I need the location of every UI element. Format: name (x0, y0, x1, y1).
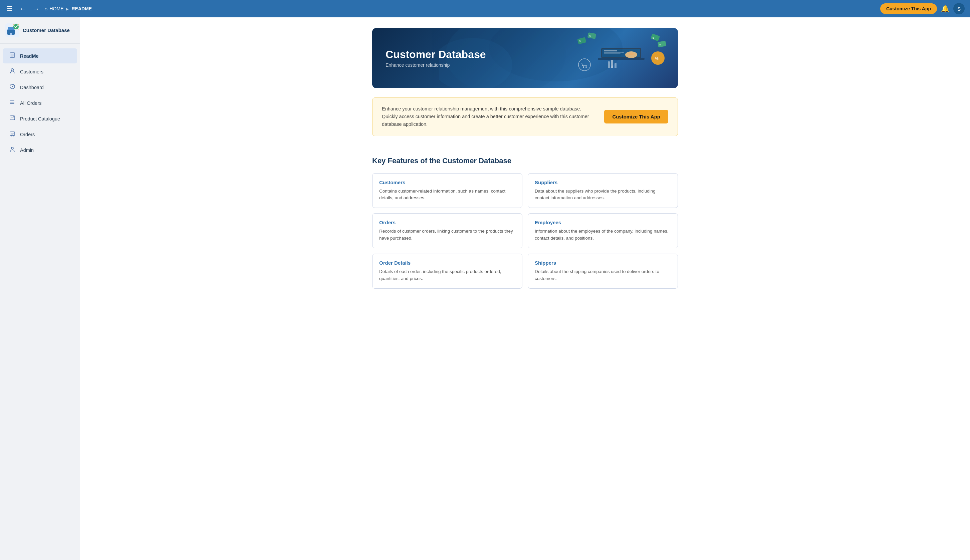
svg-line-19 (14, 85, 14, 86)
customize-btn-topbar[interactable]: Customize This App (880, 3, 937, 14)
customize-btn-main[interactable]: Customize This App (604, 110, 668, 123)
svg-rect-3 (10, 33, 12, 35)
main-content: Customer Database Enhance customer relat… (80, 17, 970, 560)
feature-card-employees-title: Employees (535, 220, 671, 225)
sidebar-item-customers[interactable]: Customers (3, 64, 77, 79)
home-link[interactable]: ⌂ HOME (45, 6, 63, 12)
features-section-title: Key Features of the Customer Database (372, 157, 678, 165)
info-box-text: Enhance your customer relationship manag… (382, 105, 597, 128)
feature-card-shippers-title: Shippers (535, 260, 671, 266)
feature-card-employees-desc: Information about the employees of the c… (535, 228, 671, 242)
sidebar-item-admin-label: Admin (20, 148, 34, 153)
feature-card-customers-desc: Contains customer-related information, s… (379, 188, 515, 202)
readme-icon (9, 52, 16, 60)
breadcrumb: ⌂ HOME ▸ README (45, 6, 92, 12)
productcatalogue-icon (9, 115, 16, 122)
svg-point-15 (12, 69, 14, 71)
topbar-right: Customize This App 🔔 S (880, 3, 965, 14)
hero-subtitle: Enhance customer relationship (385, 62, 486, 68)
home-icon: ⌂ (45, 6, 47, 12)
topbar: ☰ ← → ⌂ HOME ▸ README Customize This App… (0, 0, 970, 17)
sidebar-item-orders[interactable]: Orders (3, 127, 77, 142)
divider (372, 147, 678, 147)
sidebar-brand: Customer Database (0, 17, 80, 44)
svg-rect-25 (10, 132, 15, 135)
svg-point-4 (13, 24, 19, 29)
menu-icon[interactable]: ☰ (5, 3, 14, 14)
svg-point-26 (11, 135, 12, 137)
sidebar-item-dashboard[interactable]: Dashboard (3, 80, 77, 95)
feature-card-suppliers-desc: Data about the suppliers who provide the… (535, 188, 671, 202)
content-inner: Customer Database Enhance customer relat… (362, 17, 688, 305)
hero-banner: Customer Database Enhance customer relat… (372, 28, 678, 88)
feature-card-orderdetails: Order Details Details of each order, inc… (372, 253, 522, 289)
hero-title: Customer Database (385, 48, 486, 61)
sidebar-item-admin[interactable]: Admin (3, 143, 77, 158)
feature-card-orders-desc: Records of customer orders, linking cust… (379, 228, 515, 242)
sidebar-item-dashboard-label: Dashboard (20, 85, 44, 90)
feature-card-suppliers-title: Suppliers (535, 180, 671, 185)
brand-logo-icon (5, 23, 19, 37)
current-page-label: README (72, 6, 92, 12)
sidebar-brand-name: Customer Database (23, 27, 70, 33)
user-avatar[interactable]: S (953, 3, 965, 14)
dashboard-icon (9, 83, 16, 91)
feature-card-suppliers: Suppliers Data about the suppliers who p… (528, 173, 678, 208)
svg-point-27 (13, 135, 14, 137)
features-grid: Customers Contains customer-related info… (372, 173, 678, 289)
orders-icon (9, 130, 16, 138)
allorders-icon (9, 99, 16, 107)
hero-text-block: Customer Database Enhance customer relat… (372, 38, 499, 79)
forward-icon[interactable]: → (32, 4, 41, 14)
feature-card-orderdetails-desc: Details of each order, including the spe… (379, 268, 515, 282)
notification-icon[interactable]: 🔔 (941, 5, 949, 13)
feature-card-orderdetails-title: Order Details (379, 260, 515, 266)
sidebar-item-productcatalogue-label: Product Catalogue (20, 116, 60, 122)
sidebar-item-orders-label: Orders (20, 132, 35, 137)
svg-point-28 (12, 147, 13, 149)
sidebar-item-readme[interactable]: ReadMe (3, 48, 77, 63)
sidebar: Customer Database ReadMe (0, 17, 80, 560)
sidebar-nav: ReadMe Customers (0, 44, 80, 162)
customers-icon (9, 68, 16, 75)
sidebar-item-allorders-label: All Orders (20, 100, 42, 106)
back-icon[interactable]: ← (18, 4, 27, 14)
sidebar-item-allorders[interactable]: All Orders (3, 95, 77, 110)
feature-card-employees: Employees Information about the employee… (528, 213, 678, 248)
feature-card-shippers-desc: Details about the shipping companies use… (535, 268, 671, 282)
svg-rect-2 (8, 27, 14, 30)
feature-card-customers-title: Customers (379, 180, 515, 185)
svg-point-17 (12, 86, 13, 87)
sidebar-item-productcatalogue[interactable]: Product Catalogue (3, 111, 77, 126)
info-box: Enhance your customer relationship manag… (372, 97, 678, 136)
feature-card-orders-title: Orders (379, 220, 515, 225)
sidebar-item-customers-label: Customers (20, 69, 43, 74)
home-label[interactable]: HOME (49, 6, 63, 12)
feature-card-customers: Customers Contains customer-related info… (372, 173, 522, 208)
feature-card-orders: Orders Records of customer orders, linki… (372, 213, 522, 248)
feature-card-shippers: Shippers Details about the shipping comp… (528, 253, 678, 289)
breadcrumb-separator: ▸ (66, 6, 69, 12)
sidebar-item-readme-label: ReadMe (20, 53, 39, 59)
app-body: Customer Database ReadMe (0, 17, 970, 560)
admin-icon (9, 146, 16, 154)
svg-rect-23 (10, 116, 15, 120)
